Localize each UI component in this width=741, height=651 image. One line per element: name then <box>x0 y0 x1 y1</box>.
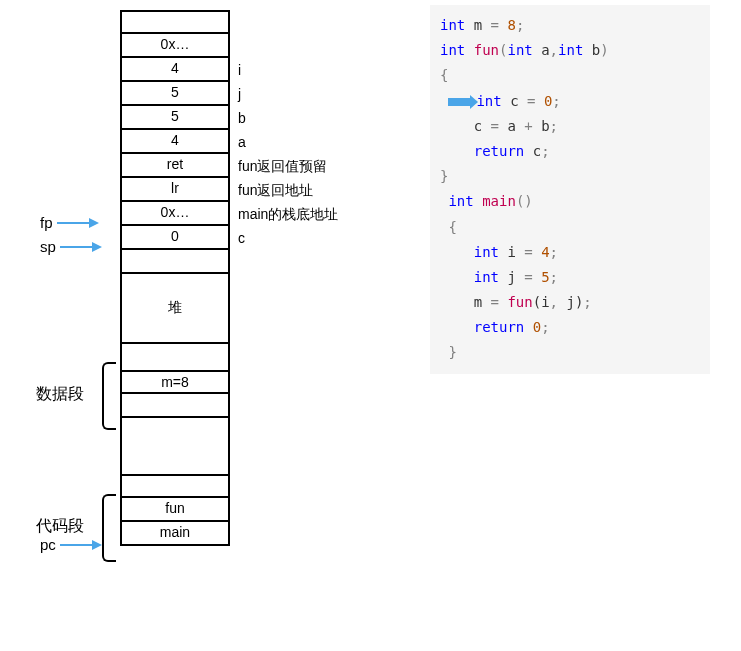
memory-stack: 0x… 4 5 5 4 ret lr 0x… 0 堆 m=8 fun main <box>120 10 230 546</box>
brace-icon <box>102 494 116 562</box>
stack-cell: 5 <box>120 82 230 106</box>
data-cell <box>120 394 230 418</box>
current-line-arrow-icon <box>448 98 472 106</box>
stack-cell: 4 <box>120 130 230 154</box>
fp-label: fp <box>40 214 53 231</box>
code-cell: main <box>120 522 230 546</box>
stack-label: c <box>238 226 338 250</box>
sp-pointer: sp <box>40 238 100 255</box>
code-cell <box>120 474 230 498</box>
data-section-label: 数据段 <box>36 384 84 405</box>
stack-label: b <box>238 106 338 130</box>
data-cell: m=8 <box>120 370 230 394</box>
stack-cell: 0 <box>120 226 230 250</box>
stack-cell: lr <box>120 178 230 202</box>
stack-cell: 4 <box>120 58 230 82</box>
stack-label: a <box>238 130 338 154</box>
code-block: int m = 8; int fun(int a,int b) { int c … <box>430 5 710 374</box>
stack-label <box>238 34 338 58</box>
stack-label: main的栈底地址 <box>238 202 338 226</box>
pc-label: pc <box>40 536 56 553</box>
stack-cell: 0x… <box>120 34 230 58</box>
stack-labels: i j b a fun返回值预留 fun返回地址 main的栈底地址 c <box>238 10 338 250</box>
arrow-right-icon <box>60 544 100 546</box>
pc-pointer: pc <box>40 536 100 553</box>
stack-cell <box>120 250 230 274</box>
stack-label: fun返回地址 <box>238 178 338 202</box>
arrow-right-icon <box>60 246 100 248</box>
stack-cell: 0x… <box>120 202 230 226</box>
stack-label: j <box>238 82 338 106</box>
stack-cell: 5 <box>120 106 230 130</box>
code-cell: fun <box>120 498 230 522</box>
stack-label: i <box>238 58 338 82</box>
stack-label: fun返回值预留 <box>238 154 338 178</box>
stack-label <box>238 10 338 34</box>
fp-pointer: fp <box>40 214 97 231</box>
arrow-right-icon <box>57 222 97 224</box>
stack-cell <box>120 10 230 34</box>
heap-cell: 堆 <box>120 274 230 344</box>
code-section-label: 代码段 <box>36 516 84 537</box>
brace-icon <box>102 362 116 430</box>
stack-cell: ret <box>120 154 230 178</box>
sp-label: sp <box>40 238 56 255</box>
